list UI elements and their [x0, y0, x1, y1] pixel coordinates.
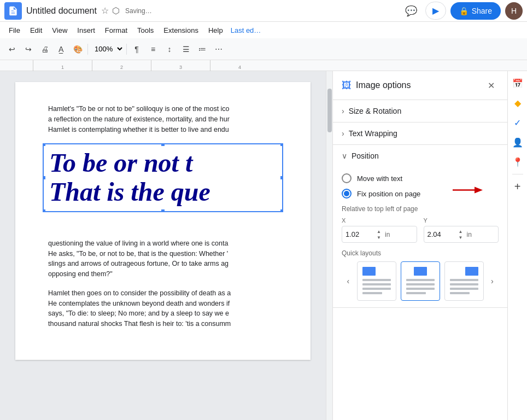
fix-position-option[interactable]: Fix position on page	[342, 189, 499, 199]
main-layout: Hamlet's "To be or not to be" soliloquy …	[0, 71, 527, 420]
menu-extensions[interactable]: Extensions	[159, 24, 203, 37]
layout-card-3-preview	[448, 265, 481, 298]
drive-icon[interactable]: ⬡	[112, 5, 120, 16]
meet-icon: ▶	[432, 5, 439, 16]
saving-status: Saving…	[125, 7, 152, 15]
move-with-text-option[interactable]: Move with text	[342, 173, 499, 183]
svg-rect-14	[450, 283, 478, 285]
size-rotation-section: › Size & Rotation	[333, 100, 507, 122]
svg-rect-10	[406, 288, 435, 290]
y-up-button[interactable]: ▲	[457, 229, 465, 234]
carousel-next-button[interactable]: ›	[486, 275, 499, 288]
big-text-line2: That is the que	[49, 178, 277, 207]
print-button[interactable]: 🖨	[37, 42, 52, 57]
svg-rect-7	[414, 267, 427, 276]
menu-insert[interactable]: Insert	[73, 24, 99, 37]
x-spinner: ▲ ▼	[375, 229, 383, 240]
handle-tl[interactable]	[43, 143, 46, 147]
position-content: Move with text Fix position on page	[333, 167, 507, 307]
handle-br[interactable]	[280, 209, 283, 212]
image-icon: 🖼	[342, 80, 352, 91]
move-with-text-radio[interactable]	[342, 173, 352, 183]
position-section: ∨ Position Move with text Fix posit	[333, 145, 507, 308]
menu-edit[interactable]: Edit	[26, 24, 46, 37]
layout-card-1-preview	[360, 265, 393, 298]
handle-bm[interactable]	[161, 209, 165, 212]
size-rotation-header[interactable]: › Size & Rotation	[333, 100, 507, 122]
menu-format[interactable]: Format	[101, 24, 132, 37]
scrollbar-thumb[interactable]	[327, 89, 332, 132]
text-wrapping-header[interactable]: › Text Wrapping	[333, 122, 507, 144]
menu-tools[interactable]: Tools	[133, 24, 158, 37]
comment-button[interactable]: 💬	[401, 1, 421, 21]
normal-text-button[interactable]: ¶	[129, 42, 144, 57]
menu-view[interactable]: View	[48, 24, 72, 37]
y-down-button[interactable]: ▼	[457, 235, 465, 240]
share-button[interactable]: 🔒 Share	[450, 2, 501, 20]
size-rotation-title: Size & Rotation	[349, 107, 402, 115]
layout-card-2[interactable]	[401, 261, 440, 301]
lock-icon: 🔒	[459, 7, 469, 15]
handle-tm[interactable]	[161, 143, 165, 147]
star-icon[interactable]: ☆	[101, 5, 109, 16]
tasks-icon-button[interactable]: ✓	[510, 115, 525, 130]
toolbar-separator-2	[126, 44, 127, 55]
panel-header: 🖼 Image options ✕	[333, 71, 507, 100]
list-button[interactable]: ☰	[178, 42, 194, 57]
menu-bar: File Edit View Insert Format Tools Exten…	[0, 22, 527, 38]
paragraph-2: questioning the value of living in a wor…	[48, 238, 278, 279]
handle-bl[interactable]	[43, 209, 46, 212]
spell-check-button[interactable]: A̲	[54, 42, 69, 57]
quick-layouts-label: Quick layouts	[342, 249, 499, 257]
line-spacing-button[interactable]: ↕	[162, 42, 177, 57]
layout-card-3[interactable]	[444, 261, 484, 301]
menu-help[interactable]: Help	[204, 24, 227, 37]
title-icons: ☆ ⬡ Saving…	[101, 5, 152, 16]
handle-ml[interactable]	[43, 176, 46, 180]
document-paper: Hamlet's "To be or not to be" soliloquy …	[15, 82, 311, 360]
x-down-button[interactable]: ▼	[375, 235, 383, 240]
meet-button[interactable]: ▶	[425, 2, 446, 20]
y-input-wrap: ▲ ▼ in	[424, 226, 499, 243]
redo-button[interactable]: ↪	[21, 42, 36, 57]
y-input[interactable]	[428, 230, 455, 238]
y-spinner: ▲ ▼	[457, 229, 465, 240]
position-radio-group: Move with text Fix position on page	[342, 173, 499, 199]
y-label: Y	[424, 217, 499, 224]
panel-close-button[interactable]: ✕	[483, 78, 499, 93]
svg-rect-13	[450, 279, 478, 281]
zoom-select[interactable]: 100% 75% 125%	[90, 43, 124, 55]
numbered-list-button[interactable]: ≔	[195, 42, 210, 57]
svg-rect-3	[362, 279, 391, 281]
svg-marker-1	[475, 187, 483, 194]
keep-icon-button[interactable]: ◆	[510, 95, 525, 110]
handle-tr[interactable]	[280, 143, 283, 147]
avatar[interactable]: H	[505, 2, 523, 20]
scrollbar[interactable]	[326, 71, 332, 420]
x-coord-group: X ▲ ▼ in	[342, 217, 417, 243]
x-up-button[interactable]: ▲	[375, 229, 383, 234]
svg-rect-15	[450, 288, 478, 290]
fix-position-radio[interactable]	[342, 189, 352, 199]
layout-card-1[interactable]	[357, 261, 396, 301]
contacts-icon-button[interactable]: 👤	[510, 135, 525, 150]
position-title: Position	[352, 151, 379, 160]
position-header[interactable]: ∨ Position	[333, 145, 507, 167]
x-input[interactable]	[346, 230, 373, 238]
svg-rect-2	[362, 267, 376, 276]
align-button[interactable]: ≡	[145, 42, 161, 57]
add-app-button[interactable]: +	[510, 179, 525, 194]
x-unit: in	[385, 231, 390, 238]
selected-text-box[interactable]: To be or not t That is the que ✏ Edit ⊡ …	[43, 143, 283, 212]
menu-file[interactable]: File	[4, 24, 25, 37]
maps-icon-button[interactable]: 📍	[510, 154, 525, 170]
last-edit[interactable]: Last ed…	[231, 26, 261, 34]
more-button[interactable]: ⋯	[211, 42, 226, 57]
calendar-icon-button[interactable]: 📅	[510, 75, 525, 91]
layout-cards	[357, 261, 484, 301]
carousel-prev-button[interactable]: ‹	[342, 275, 355, 288]
big-text-line1: To be or not t	[49, 149, 277, 178]
paint-format-button[interactable]: 🎨	[70, 42, 85, 57]
handle-mr[interactable]	[280, 176, 283, 180]
undo-button[interactable]: ↩	[4, 42, 20, 57]
